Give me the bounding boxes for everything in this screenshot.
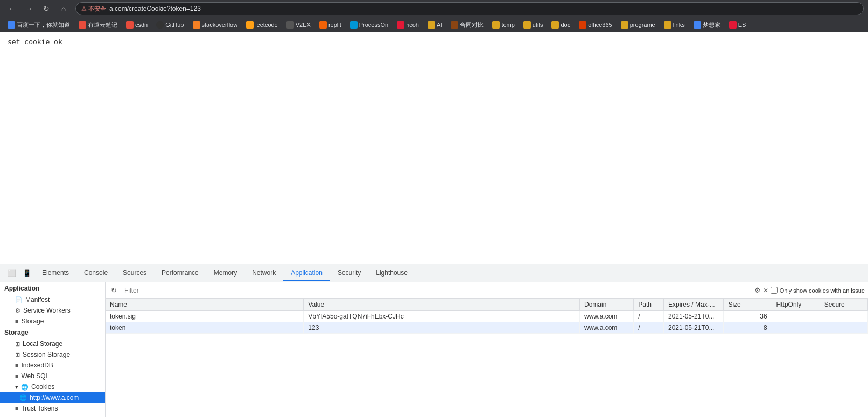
- tab-performance[interactable]: Performance: [154, 266, 206, 281]
- sidebar-item-trust-tokens[interactable]: ≡ Trust Tokens: [0, 403, 105, 414]
- manifest-icon: 📄: [15, 296, 23, 303]
- cell-value: 123: [304, 322, 580, 334]
- local-storage-icon: ⊞: [15, 341, 20, 348]
- bookmark-csdn[interactable]: csdn: [123, 20, 151, 30]
- bookmark-doc[interactable]: doc: [548, 20, 573, 30]
- sidebar-item-web-sql[interactable]: ≡ Web SQL: [0, 371, 105, 381]
- bookmarks-bar: 百度一下，你就知道 有道云笔记 csdn GitHub stackoverflo…: [0, 17, 868, 32]
- bookmark-office365[interactable]: office365: [576, 20, 615, 30]
- col-value: Value: [304, 299, 580, 311]
- bookmark-links[interactable]: links: [661, 20, 688, 30]
- bookmark-temp[interactable]: temp: [489, 20, 517, 30]
- bookmark-es[interactable]: ES: [726, 20, 750, 30]
- sidebar-item-manifest[interactable]: 📄 Manifest: [0, 294, 105, 305]
- home-button[interactable]: ⌂: [56, 1, 71, 16]
- only-issues-checkbox[interactable]: [771, 287, 778, 294]
- sidebar-section-application: Application: [0, 282, 105, 294]
- sidebar-item-storage[interactable]: ≡ Storage: [0, 316, 105, 327]
- bookmark-replit[interactable]: replit: [316, 20, 345, 30]
- bookmark-utils[interactable]: utils: [520, 20, 547, 30]
- cell-path: /: [634, 322, 664, 334]
- cell-size: 36: [724, 311, 772, 322]
- clear-filter-button[interactable]: ✕: [763, 287, 768, 294]
- web-sql-icon: ≡: [15, 373, 18, 379]
- only-issues-checkbox-label[interactable]: Only show cookies with an issue: [771, 287, 865, 294]
- cell-secure: [820, 311, 867, 322]
- cell-name: token.sig: [106, 311, 304, 322]
- refresh-button[interactable]: ↻: [109, 285, 119, 295]
- bookmark-baidu[interactable]: 百度一下，你就知道: [4, 20, 73, 30]
- tab-sources[interactable]: Sources: [115, 266, 154, 281]
- col-path: Path: [634, 299, 664, 311]
- bookmark-github[interactable]: GitHub: [153, 20, 187, 30]
- reload-button[interactable]: ↻: [39, 1, 54, 16]
- sidebar-item-service-workers[interactable]: ⚙ Service Workers: [0, 305, 105, 316]
- sidebar-item-local-storage[interactable]: ⊞ Local Storage: [0, 338, 105, 349]
- tab-console[interactable]: Console: [76, 266, 115, 281]
- tab-security[interactable]: Security: [330, 266, 368, 281]
- cell-httponly: [772, 311, 820, 322]
- sidebar-item-indexeddb[interactable]: ≡ IndexedDB: [0, 360, 105, 371]
- cell-expires: 2021-05-21T0...: [664, 311, 724, 322]
- col-expires: Expires / Max-...: [664, 299, 724, 311]
- cell-value: VbYIA55o-gatTQN7iFhEbx-CJHc: [304, 311, 580, 322]
- trust-tokens-icon: ≡: [15, 405, 18, 412]
- cookie-table: Name Value Domain Path Expires / Max-...…: [106, 299, 868, 417]
- cell-domain: www.a.com: [579, 311, 633, 322]
- cell-domain: www.a.com: [579, 322, 633, 334]
- service-workers-icon: ⚙: [15, 307, 20, 314]
- sidebar-item-cookies-url[interactable]: 🌐 http://www.a.com: [0, 392, 105, 403]
- tab-application[interactable]: Application: [283, 266, 330, 281]
- page-content-area: set cookie ok: [0, 32, 868, 264]
- cell-name: token: [106, 322, 304, 334]
- bookmark-programe[interactable]: programe: [618, 20, 659, 30]
- bookmark-ricoh[interactable]: ricoh: [394, 20, 422, 30]
- storage-icon: ≡: [15, 318, 18, 324]
- cookies-url-icon: 🌐: [19, 394, 27, 401]
- forward-button[interactable]: →: [22, 1, 37, 16]
- bookmark-stackoverflow[interactable]: stackoverflow: [190, 20, 241, 30]
- col-size: Size: [724, 299, 772, 311]
- bookmark-leetcode[interactable]: leetcode: [243, 20, 281, 30]
- indexeddb-icon: ≡: [15, 362, 18, 369]
- col-secure: Secure: [820, 299, 867, 311]
- cell-secure: [820, 322, 867, 334]
- cell-expires: 2021-05-21T0...: [664, 322, 724, 334]
- table-row[interactable]: token.sig VbYIA55o-gatTQN7iFhEbx-CJHc ww…: [106, 311, 868, 322]
- tab-memory[interactable]: Memory: [206, 266, 244, 281]
- cookies-expand-icon: ▾: [15, 384, 18, 391]
- devtools-sidebar: Application 📄 Manifest ⚙ Service Workers…: [0, 282, 106, 417]
- tab-network[interactable]: Network: [244, 266, 283, 281]
- cookies-icon: 🌐: [21, 384, 29, 391]
- devtools-inspect-icon[interactable]: ⬜: [4, 269, 19, 277]
- filter-input[interactable]: [121, 285, 752, 296]
- bookmark-v2ex[interactable]: V2EX: [283, 20, 314, 30]
- back-button[interactable]: ←: [4, 1, 19, 16]
- url-text: a.com/createCookie?token=123: [109, 5, 201, 12]
- col-httponly: HttpOnly: [772, 299, 820, 311]
- col-name: Name: [106, 299, 304, 311]
- session-storage-icon: ⊞: [15, 351, 20, 358]
- bookmark-menxiangja[interactable]: 梦想家: [690, 20, 724, 30]
- sidebar-section-storage: Storage: [0, 327, 105, 338]
- page-text: set cookie ok: [8, 38, 860, 46]
- cookie-main-panel: ↻ ⚙ ✕ Only show cookies with an issue Na…: [106, 282, 868, 417]
- sidebar-item-session-storage[interactable]: ⊞ Session Storage: [0, 349, 105, 360]
- tab-elements[interactable]: Elements: [34, 266, 76, 281]
- tab-lighthouse[interactable]: Lighthouse: [368, 266, 415, 281]
- devtools-device-icon[interactable]: 📱: [19, 269, 34, 277]
- bookmark-hetong[interactable]: 合同对比: [447, 20, 487, 30]
- cell-size: 8: [724, 322, 772, 334]
- table-row[interactable]: token 123 www.a.com / 2021-05-21T0... 8: [106, 322, 868, 334]
- bookmark-youdao[interactable]: 有道云笔记: [75, 20, 121, 30]
- cell-path: /: [634, 311, 664, 322]
- bookmark-ai[interactable]: AI: [424, 20, 445, 30]
- bookmark-processon[interactable]: ProcessOn: [347, 20, 391, 30]
- filter-icon-button[interactable]: ⚙: [754, 286, 761, 294]
- cell-httponly: [772, 322, 820, 334]
- devtools-body: Application 📄 Manifest ⚙ Service Workers…: [0, 282, 868, 417]
- security-warning: ⚠ 不安全: [81, 5, 106, 13]
- devtools-panel: ⬜ 📱 Elements Console Sources Performance…: [0, 264, 868, 417]
- sidebar-item-cookies[interactable]: ▾ 🌐 Cookies: [0, 381, 105, 392]
- address-bar[interactable]: ⚠ 不安全 a.com/createCookie?token=123: [75, 2, 864, 15]
